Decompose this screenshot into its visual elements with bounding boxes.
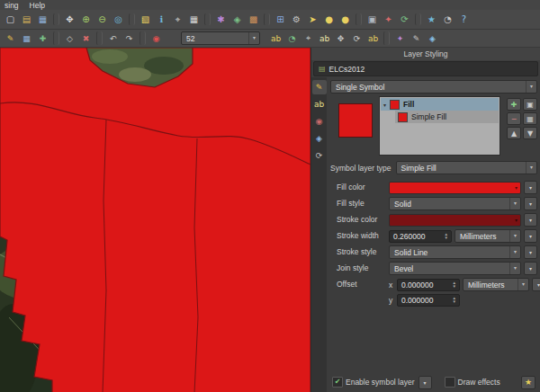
join-style-data-defined-button[interactable]: ▾ [524,262,537,275]
chevron-down-icon: ▾ [509,230,518,242]
annotation-icon[interactable]: ✎ [409,31,424,45]
measure-icon[interactable]: ⌖ [170,13,185,27]
symbol-layer-type-combo[interactable]: Simple Fill ▾ [396,161,537,174]
layer-selector[interactable]: ▤ ELCs2012 [313,61,538,76]
offset-unit-combo[interactable]: Millimeters ▾ [463,278,529,291]
tree-item-simple-fill[interactable]: Simple Fill [395,111,499,123]
comment-bubble-icon[interactable]: ● [321,13,337,27]
layout-manager-icon[interactable]: ▣ [364,13,380,27]
add-feature-icon[interactable]: ✚ [35,31,50,45]
move-down-button[interactable]: ▼ [523,127,537,139]
add-vector-layer-icon[interactable]: ◈ [230,13,245,27]
processing-toolbox-icon[interactable]: ⚙ [289,13,304,27]
highlight-labels-icon[interactable]: ab [317,31,332,45]
tree-item-label: Fill [403,100,414,109]
change-label-icon[interactable]: ab [365,31,381,45]
zoom-full-icon[interactable]: ◎ [111,13,126,27]
tree-item-fill[interactable]: ▾ Fill [381,98,499,111]
stroke-width-unit-combo[interactable]: Millimeters ▾ [454,229,521,243]
zoom-out-icon[interactable]: ⊖ [94,13,110,27]
stroke-style-combo[interactable]: Solid Line ▾ [389,245,521,259]
renderer-combo-text: Single Symbol [336,83,384,92]
project-save-icon[interactable]: ▦ [35,13,50,27]
checkbox-box [445,377,455,388]
menu-processing-partial[interactable]: sing [4,1,19,10]
offset-x-input[interactable]: 0.000000 ▲▼ [397,279,460,291]
enable-layer-data-defined-button[interactable]: ▾ [418,376,432,389]
bookmark-icon[interactable]: ★ [424,13,439,27]
pin-labels-icon[interactable]: ⌖ [301,31,316,45]
offset-x-value: 0.000000 [401,281,433,290]
help-icon[interactable]: ? [456,13,472,27]
remove-symbol-layer-button[interactable]: − [507,112,521,125]
stroke-style-data-defined-button[interactable]: ▾ [524,245,537,259]
enable-symbol-layer-checkbox[interactable]: ✔ Enable symbol layer [332,377,415,388]
save-edits-icon[interactable]: ▦ [19,31,34,45]
zoom-in-icon[interactable]: ⊕ [78,13,94,27]
fill-style-data-defined-button[interactable]: ▾ [524,197,537,210]
comment-bubble-2-icon[interactable]: ● [338,13,353,27]
redo-icon[interactable]: ↷ [122,31,137,45]
delete-feature-icon[interactable]: ✖ [78,31,94,45]
spinner-arrows-icon[interactable]: ▲▼ [445,233,448,240]
duplicate-symbol-layer-button[interactable]: ▦ [523,112,537,125]
join-style-combo[interactable]: Bevel ▾ [389,262,521,275]
tree-expand-icon[interactable]: ▾ [383,102,386,108]
select-features-icon[interactable]: ▧ [138,13,153,27]
tab-3d-view[interactable]: ◈ [312,131,327,146]
project-open-icon[interactable]: ▤ [19,13,34,27]
customize-effects-button[interactable]: ★ [521,376,536,389]
toolbar-separator [356,13,362,25]
styling-tabstrip: ✎ab◉◈⟳ [311,77,327,392]
grid-icon[interactable]: ⊞ [273,13,288,27]
tab-history[interactable]: ⟳ [312,148,327,163]
attribute-table-icon[interactable]: ▦ [186,13,202,27]
snapping-record-icon[interactable]: ◉ [148,31,164,45]
identify-features-icon[interactable]: ℹ [154,13,169,27]
refresh-icon[interactable]: ⟳ [397,13,412,27]
new-layer-icon[interactable]: ✱ [213,13,229,27]
offset-data-defined-button[interactable]: ▾ [532,278,540,291]
spinner-arrows-icon[interactable]: ▲▼ [453,281,456,289]
fill-style-combo[interactable]: Solid ▾ [389,197,521,210]
move-label-icon[interactable]: ✥ [333,31,348,45]
value-combo[interactable]: 52 ▾ [181,31,260,45]
draw-effects-checkbox[interactable]: Draw effects [445,377,500,388]
renderer-combo[interactable]: Single Symbol ▾ [330,80,537,94]
toolbar-separator [383,31,390,45]
lock-color-button[interactable]: ▣ [523,98,537,111]
add-symbol-layer-button[interactable]: ✚ [507,98,521,111]
map-canvas[interactable] [0,48,310,392]
decorations-icon[interactable]: ✦ [392,31,408,45]
vertex-tool-icon[interactable]: ◇ [62,31,77,45]
temporal-icon[interactable]: ◔ [440,13,455,27]
offset-y-input[interactable]: 0.000000 ▲▼ [397,294,460,307]
measure-angle-icon[interactable]: ◈ [425,31,440,45]
style-manager-icon[interactable]: ✦ [381,13,396,27]
rotate-label-icon[interactable]: ⟳ [349,31,364,45]
undo-icon[interactable]: ↶ [105,31,121,45]
menu-help[interactable]: Help [30,1,45,10]
fill-color-button[interactable]: ▾ [389,182,521,194]
tab-symbology[interactable]: ✎ [312,80,327,94]
stroke-width-row: Stroke width 0.260000 ▲▼ Millimeters [330,229,537,243]
add-raster-layer-icon[interactable]: ▩ [246,13,261,27]
project-new-icon[interactable]: ▢ [3,13,18,27]
toggle-editing-icon[interactable]: ✎ [3,31,18,45]
toolbar-separator [204,13,211,25]
stroke-width-data-defined-button[interactable]: ▾ [524,229,537,243]
join-style-row: Join style Bevel ▾ ▾ [330,262,537,275]
pan-map-icon[interactable]: ✥ [62,13,77,27]
layer-labeling-icon[interactable]: ab [268,31,284,45]
layer-diagram-icon[interactable]: ◔ [284,31,300,45]
move-up-button[interactable]: ▲ [507,127,521,139]
stroke-color-button[interactable]: ▾ [389,214,521,227]
python-console-icon[interactable]: ➤ [305,13,320,27]
fill-color-data-defined-button[interactable]: ▾ [524,181,537,194]
spinner-arrows-icon[interactable]: ▲▼ [453,297,456,304]
tab-mask[interactable]: ◉ [312,114,327,129]
stroke-color-data-defined-button[interactable]: ▾ [524,213,537,227]
stroke-width-input[interactable]: 0.260000 ▲▼ [389,230,452,243]
tab-labels[interactable]: ab [312,97,327,111]
content-area: Layer Styling ▤ ELCs2012 ✎ab◉◈⟳ Single S… [0,48,540,392]
